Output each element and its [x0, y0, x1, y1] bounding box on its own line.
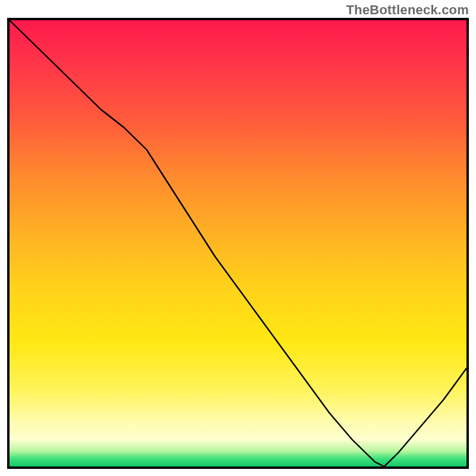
chart-frame: TheBottleneck.com — [0, 0, 476, 476]
line-curve — [10, 20, 466, 466]
watermark-text: TheBottleneck.com — [346, 2, 469, 18]
plot-area — [7, 18, 469, 469]
